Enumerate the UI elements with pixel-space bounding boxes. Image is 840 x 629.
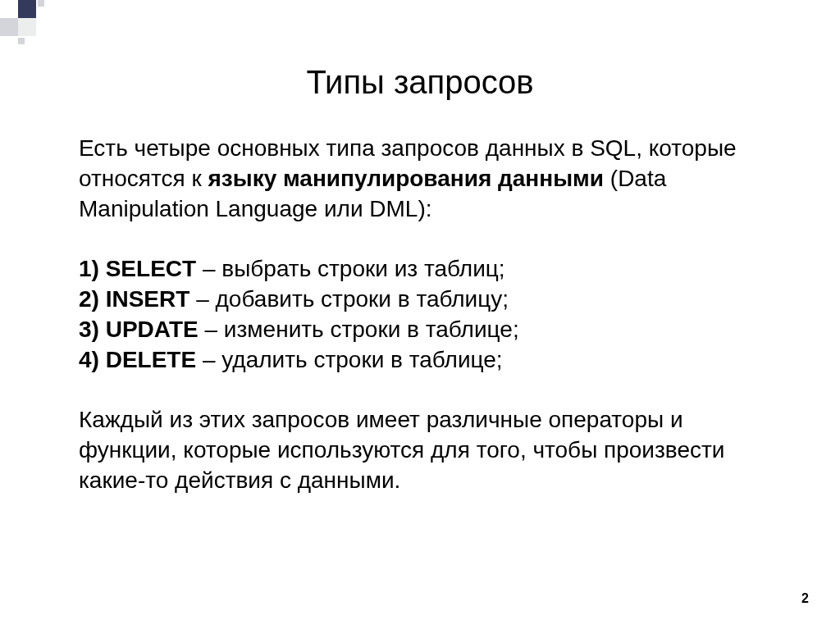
decoration-square: [18, 38, 25, 44]
intro-paragraph: Есть четыре основных типа запросов данны…: [79, 134, 774, 225]
item-number: 3): [79, 317, 99, 342]
list-item: 4) DELETE – удалить строки в таблице;: [79, 345, 774, 376]
item-command: SELECT: [106, 256, 196, 281]
item-command: UPDATE: [106, 317, 199, 342]
item-description: – изменить строки в таблице;: [199, 317, 519, 342]
list-item: 3) UPDATE – изменить строки в таблице;: [79, 315, 774, 345]
outro-paragraph: Каждый из этих запросов имеет различные …: [79, 405, 774, 496]
page-number: 2: [801, 591, 809, 606]
decoration-square: [38, 0, 44, 7]
slide-title: Типы запросов: [0, 64, 840, 101]
decoration-square: [18, 0, 36, 18]
decoration-square: [0, 18, 18, 36]
item-number: 1): [79, 256, 99, 281]
item-description: – добавить строки в таблицу;: [189, 286, 509, 312]
corner-decoration: [0, 0, 49, 49]
item-description: – выбрать строки из таблиц;: [196, 256, 504, 281]
query-type-list: 1) SELECT – выбрать строки из таблиц; 2)…: [79, 254, 774, 376]
item-number: 4): [79, 347, 99, 372]
intro-bold: языку манипулирования данными: [208, 166, 604, 191]
item-number: 2): [79, 286, 99, 312]
decoration-square: [18, 18, 36, 36]
list-item: 1) SELECT – выбрать строки из таблиц;: [79, 254, 774, 285]
item-command: DELETE: [106, 347, 196, 372]
list-item: 2) INSERT – добавить строки в таблицу;: [79, 285, 774, 315]
item-description: – удалить строки в таблице;: [196, 347, 503, 372]
slide-content: Есть четыре основных типа запросов данны…: [0, 134, 840, 496]
item-command: INSERT: [106, 286, 190, 312]
